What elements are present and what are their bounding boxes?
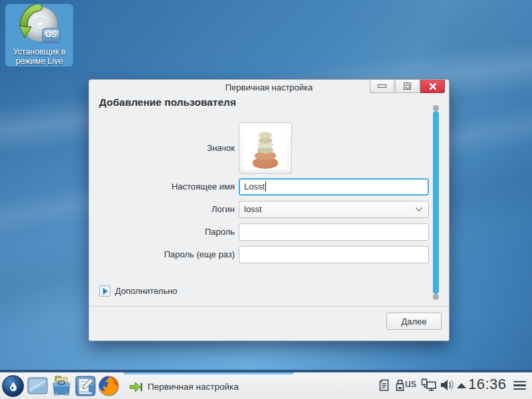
minimize-button[interactable] <box>370 80 394 93</box>
realname-label: Настоящее имя <box>89 178 235 196</box>
password-confirm-input[interactable] <box>239 246 429 263</box>
password-confirm-label: Пароль (еще раз) <box>89 246 235 263</box>
desktop: OS Установщик в режиме Live Первичная на… <box>0 0 532 399</box>
panel-menu-icon[interactable] <box>513 381 526 392</box>
avatar-image <box>243 126 287 170</box>
firefox-button[interactable] <box>98 375 120 397</box>
volume-icon[interactable] <box>440 378 454 392</box>
next-button-label: Далее <box>401 317 426 327</box>
login-label: Логин <box>89 201 235 218</box>
tray-expand-arrow-icon[interactable] <box>457 383 466 388</box>
os-badge-label: OS <box>45 30 57 39</box>
advanced-expander[interactable]: Дополнительно <box>99 285 178 297</box>
realname-value: Losst <box>244 182 265 192</box>
initial-setup-task-icon <box>128 380 143 394</box>
removable-media-icon[interactable] <box>395 379 405 392</box>
start-menu-button[interactable] <box>2 375 24 397</box>
clock: 16:36 <box>468 376 507 393</box>
login-value: losst <box>244 204 262 214</box>
scrollbar-bottom-cap <box>433 294 439 300</box>
show-desktop-button[interactable] <box>27 375 49 397</box>
live-installer-icon: OS <box>18 5 61 47</box>
expander-arrow-icon <box>99 285 110 297</box>
page-title: Добавление пользователя <box>99 96 236 108</box>
password-input[interactable] <box>239 223 429 241</box>
avatar-picker-button[interactable] <box>239 122 292 174</box>
titlebar[interactable]: Первичная настройка <box>89 80 449 96</box>
desktop-icon-label-line1: Установщик в <box>13 47 65 57</box>
start-menu-icon <box>2 375 24 397</box>
keyboard-layout-indicator[interactable]: us <box>405 378 416 390</box>
text-editor-icon <box>74 375 96 397</box>
close-button[interactable] <box>420 80 445 93</box>
next-button[interactable]: Далее <box>386 313 442 330</box>
text-caret <box>265 182 266 192</box>
close-icon <box>429 82 437 90</box>
taskbar-task-initial-setup[interactable]: Первичная настройка <box>124 374 293 399</box>
desktop-icon-label-line2: режиме Live <box>13 57 65 66</box>
text-editor-button[interactable] <box>74 375 96 397</box>
scrollbar-top-cap <box>433 105 439 111</box>
show-desktop-icon <box>27 375 49 397</box>
task-label: Первичная настройка <box>148 382 239 392</box>
firefox-icon <box>98 375 120 397</box>
chevron-down-icon <box>415 207 423 212</box>
scrollbar-thumb[interactable] <box>433 111 439 294</box>
button-area-separator <box>89 306 449 307</box>
vertical-scrollbar[interactable] <box>433 105 439 300</box>
maximize-icon <box>404 82 411 90</box>
network-icon[interactable] <box>421 378 437 392</box>
file-manager-button[interactable] <box>51 375 72 397</box>
clipboard-icon[interactable] <box>378 379 390 392</box>
live-installer-desktop-icon[interactable]: OS Установщик в режиме Live <box>5 4 73 66</box>
initial-setup-window: Первичная настройка Добавление пользоват… <box>88 79 450 341</box>
expander-label: Дополнительно <box>115 286 178 296</box>
minimize-icon <box>378 84 386 88</box>
password-label: Пароль <box>89 223 235 241</box>
maximize-button[interactable] <box>395 80 420 93</box>
file-manager-icon <box>51 375 72 397</box>
realname-input[interactable]: Losst <box>239 178 429 196</box>
avatar-label: Значок <box>89 122 235 174</box>
login-combobox[interactable]: losst <box>239 201 429 218</box>
taskbar: Первичная настройка us <box>0 370 532 399</box>
taskbar-body: Первичная настройка us <box>0 372 532 399</box>
